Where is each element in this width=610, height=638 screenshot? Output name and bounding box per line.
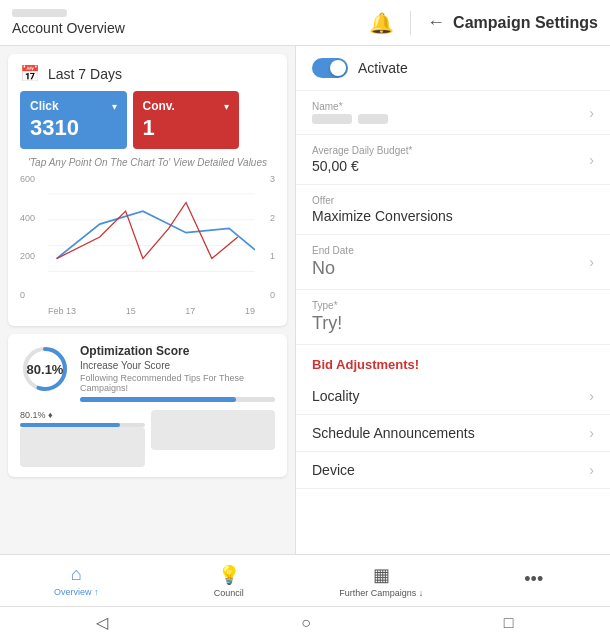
settings-row-name-content: Name* [312, 101, 589, 124]
y-label-600: 600 [20, 174, 35, 184]
settings-row-type[interactable]: Type* Try! [296, 290, 610, 345]
settings-value-locality: Locality [312, 388, 589, 404]
opt-thumb-2 [151, 410, 276, 450]
metric-box-click[interactable]: Click ▾ 3310 [20, 91, 127, 149]
nav-label-campaigns: Further Campaigns ↓ [339, 588, 423, 598]
left-panel: 📅 Last 7 Days Click ▾ 3310 Conv. ▾ [0, 46, 295, 554]
opt-bottom: 80.1% ♦ [20, 410, 275, 467]
settings-row-offer-content: Offer Maximize Conversions [312, 195, 594, 224]
opt-thumb-1 [20, 427, 145, 467]
nav-icon-campaigns: ▦ [373, 564, 390, 586]
right-panel: Activate Name* › Average Daily Budget* 5… [295, 46, 610, 554]
bid-adjustments-title: Bid Adjustments [312, 357, 415, 372]
nav-icon-more: ••• [524, 569, 543, 590]
settings-label-type: Type* [312, 300, 594, 311]
settings-value-type: Try! [312, 313, 594, 334]
chevron-schedule: › [589, 425, 594, 441]
x-label-17: 17 [185, 306, 195, 316]
metric-row: Click ▾ 3310 Conv. ▾ 1 [20, 91, 275, 149]
chevron-enddate: › [589, 254, 594, 270]
line-chart-svg [20, 172, 275, 302]
settings-label-enddate: End Date [312, 245, 589, 256]
nav-item-overview[interactable]: ⌂ Overview ↑ [0, 564, 153, 597]
metric-name-conv: Conv. [143, 99, 175, 113]
settings-row-offer[interactable]: Offer Maximize Conversions [296, 185, 610, 235]
back-arrow-icon[interactable]: ← [427, 12, 445, 33]
settings-label-budget: Average Daily Budget* [312, 145, 589, 156]
chevron-device: › [589, 462, 594, 478]
settings-row-locality-content: Locality [312, 388, 589, 404]
x-label-15: 15 [126, 306, 136, 316]
y-label-400: 400 [20, 213, 35, 223]
y-right-0: 0 [270, 290, 275, 300]
chart-hint: 'Tap Any Point On The Chart To' View Det… [20, 157, 275, 168]
settings-row-locality[interactable]: Locality › [296, 378, 610, 415]
settings-row-schedule-content: Schedule Announcements [312, 425, 589, 441]
x-label-19: 19 [245, 306, 255, 316]
campaign-settings-title: Campaign Settings [453, 14, 598, 32]
sys-recent-btn[interactable]: □ [504, 614, 514, 632]
metric-box-conv[interactable]: Conv. ▾ 1 [133, 91, 240, 149]
calendar-icon[interactable]: 📅 [20, 64, 40, 83]
sys-home-btn[interactable]: ○ [301, 614, 311, 632]
nav-item-more[interactable]: ••• [458, 569, 611, 592]
settings-row-budget[interactable]: Average Daily Budget* 50,00 € › [296, 135, 610, 185]
bottom-nav: ⌂ Overview ↑ 💡 Council ▦ Further Campaig… [0, 554, 610, 606]
settings-row-enddate[interactable]: End Date No › [296, 235, 610, 290]
settings-label-name: Name* [312, 101, 589, 112]
metric-top-click: Click ▾ [30, 99, 117, 113]
settings-label-offer: Offer [312, 195, 594, 206]
nav-icon-overview: ⌂ [71, 564, 82, 585]
nav-item-campaigns[interactable]: ▦ Further Campaigns ↓ [305, 564, 458, 598]
chart-x-labels: Feb 13 15 17 19 [20, 306, 275, 316]
settings-value-device: Device [312, 462, 589, 478]
activate-row: Activate [296, 46, 610, 91]
account-overview-title: Account Overview [12, 20, 369, 36]
metric-name-click: Click [30, 99, 59, 113]
settings-row-enddate-content: End Date No [312, 245, 589, 279]
activate-toggle[interactable] [312, 58, 348, 78]
bell-icon[interactable]: 🔔 [369, 11, 394, 35]
opt-subtitle: Increase Your Score [80, 360, 275, 371]
chevron-locality: › [589, 388, 594, 404]
settings-row-device[interactable]: Device › [296, 452, 610, 489]
optimization-card: 80.1% Optimization Score Increase Your S… [8, 334, 287, 477]
opt-score-text: 80.1% [27, 362, 64, 377]
settings-row-name[interactable]: Name* › [296, 91, 610, 135]
top-bar-right: 🔔 ← Campaign Settings [369, 11, 598, 35]
y-right-2: 2 [270, 213, 275, 223]
metric-extra-placeholder [245, 105, 275, 135]
metric-dropdown-click: ▾ [112, 101, 117, 112]
metric-top-conv: Conv. ▾ [143, 99, 230, 113]
chevron-budget: › [589, 152, 594, 168]
divider [410, 11, 411, 35]
metric-value-conv: 1 [143, 115, 230, 141]
nav-label-overview: Overview ↑ [54, 587, 99, 597]
opt-bar-row [80, 397, 275, 402]
sys-back-btn[interactable]: ◁ [96, 613, 108, 632]
nav-item-council[interactable]: 💡 Council [153, 564, 306, 598]
chevron-name: › [589, 105, 594, 121]
opt-info: Optimization Score Increase Your Score F… [80, 344, 275, 402]
y-label-200: 200 [20, 251, 35, 261]
date-range-label: Last 7 Days [48, 66, 122, 82]
settings-value-schedule: Schedule Announcements [312, 425, 589, 441]
chart-y-right: 3 2 1 0 [270, 172, 275, 302]
y-right-1: 1 [270, 251, 275, 261]
chart-container: 600 400 200 0 3 [20, 172, 275, 302]
opt-title: Optimization Score [80, 344, 275, 358]
y-right-3: 3 [270, 174, 275, 184]
name-block-2 [358, 114, 388, 124]
opt-score-circle: 80.1% [20, 344, 70, 394]
y-label-0: 0 [20, 290, 35, 300]
toggle-knob [330, 60, 346, 76]
opt-bar-bg [80, 397, 275, 402]
settings-row-budget-content: Average Daily Budget* 50,00 € [312, 145, 589, 174]
blue-line [57, 211, 255, 258]
top-bar: Account Overview 🔔 ← Campaign Settings [0, 0, 610, 46]
x-label-feb13: Feb 13 [48, 306, 76, 316]
chart-y-left: 600 400 200 0 [20, 172, 35, 302]
account-label-placeholder [12, 9, 67, 17]
date-card: 📅 Last 7 Days Click ▾ 3310 Conv. ▾ [8, 54, 287, 326]
settings-row-schedule[interactable]: Schedule Announcements › [296, 415, 610, 452]
